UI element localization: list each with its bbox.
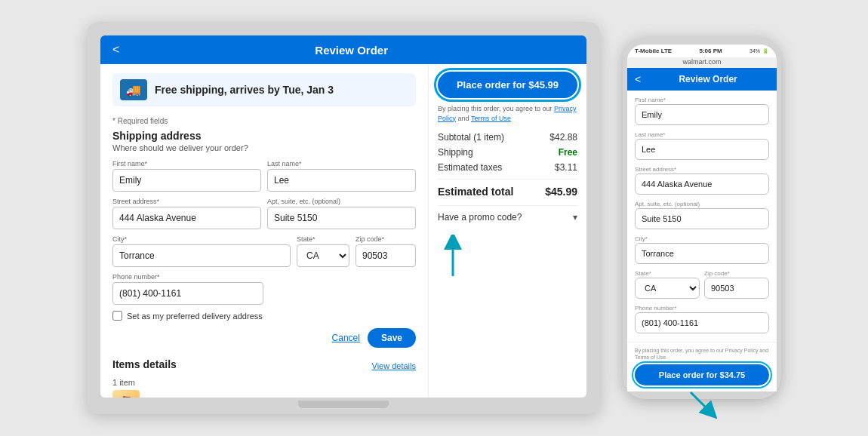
truck-icon: 🚚 bbox=[120, 79, 147, 100]
page-title: Review Order bbox=[128, 44, 574, 57]
back-button[interactable]: < bbox=[112, 43, 119, 57]
shipping-banner: 🚚 Free shipping, arrives by Tue, Jan 3 bbox=[112, 73, 416, 106]
phone-apt-label: Apt, suite, etc. (optional) bbox=[635, 201, 769, 207]
state-field: State* CA bbox=[297, 235, 349, 267]
cancel-button[interactable]: Cancel bbox=[332, 333, 360, 343]
taxes-value: $3.11 bbox=[555, 162, 577, 173]
last-name-input[interactable] bbox=[267, 169, 416, 192]
first-name-input[interactable] bbox=[112, 169, 261, 192]
phone-last-name-input[interactable] bbox=[635, 139, 769, 160]
phone-state-zip-row: State* CA Zip code* bbox=[635, 270, 769, 305]
estimated-total-label: Estimated total bbox=[438, 186, 513, 198]
preferred-checkbox[interactable] bbox=[112, 311, 122, 321]
phone-phone-input[interactable] bbox=[635, 312, 769, 333]
status-time: 5:06 PM bbox=[699, 48, 722, 54]
phone-place-order-button[interactable]: Place order for $34.75 bbox=[635, 364, 769, 385]
phone-header: < Review Order bbox=[627, 68, 777, 91]
laptop-screen: < Review Order 🚚 Free shipping, arrives … bbox=[100, 35, 586, 398]
phone-state-field: State* CA bbox=[635, 270, 700, 299]
address-row: Street address* Apt, suite, etc. (option… bbox=[112, 198, 416, 229]
laptop-base bbox=[298, 401, 389, 408]
phone-teal-arrow-icon bbox=[687, 388, 717, 419]
phone-street-input[interactable] bbox=[635, 173, 769, 195]
street-input[interactable] bbox=[112, 207, 261, 229]
shipping-text: Free shipping, arrives by Tue, Jan 3 bbox=[155, 84, 334, 96]
phone-zip-input[interactable] bbox=[704, 278, 769, 299]
phone-street-label: Street address* bbox=[635, 166, 769, 173]
battery-icon: 🔋 bbox=[762, 48, 769, 54]
phone-street-field: Street address* bbox=[635, 166, 769, 195]
url-bar: walmart.com bbox=[627, 57, 777, 68]
item-thumbnail: 🧸 bbox=[112, 390, 140, 398]
section-sub: Where should we deliver your order? bbox=[112, 143, 416, 152]
arrow-annotation bbox=[438, 235, 577, 283]
battery-percent: 34% bbox=[749, 48, 760, 54]
promo-label: Have a promo code? bbox=[438, 212, 522, 223]
phone-apt-field: Apt, suite, etc. (optional) bbox=[635, 201, 769, 229]
items-title: Items details bbox=[112, 358, 177, 370]
terms-link[interactable]: Terms of Use bbox=[471, 115, 511, 122]
phone-state-select[interactable]: CA bbox=[635, 278, 700, 299]
phone-first-name-input[interactable] bbox=[635, 104, 769, 125]
apt-input[interactable] bbox=[267, 207, 416, 229]
city-label: City* bbox=[112, 235, 291, 243]
subtotal-value: $42.88 bbox=[549, 132, 577, 143]
phone-back-button[interactable]: < bbox=[635, 73, 641, 85]
chevron-down-icon: ▾ bbox=[573, 212, 577, 223]
phone-device: T-Mobile LTE 5:06 PM 34% 🔋 walmart.com <… bbox=[623, 37, 781, 399]
phone-row: Phone number* bbox=[112, 273, 416, 305]
phone-first-name-field: First name* bbox=[635, 97, 769, 125]
phone-city-input[interactable] bbox=[635, 243, 769, 264]
phone-last-name-field: Last name* bbox=[635, 131, 769, 160]
last-name-label: Last name* bbox=[267, 160, 416, 167]
right-panel: Place order for $45.99 By placing this o… bbox=[428, 64, 586, 398]
phone-input[interactable] bbox=[112, 282, 263, 305]
city-input[interactable] bbox=[112, 244, 291, 267]
form-actions: Cancel Save bbox=[112, 328, 416, 348]
city-state-zip-row: City* State* CA Zip code* bbox=[112, 235, 416, 267]
phone-terms-text: By placing this order, you agree to our … bbox=[635, 347, 769, 361]
phone-arrow-annotation bbox=[687, 388, 717, 422]
phone-bottom-bar: By placing this order, you agree to our … bbox=[627, 342, 777, 391]
phone-phone-label: Phone number* bbox=[635, 305, 769, 312]
street-field: Street address* bbox=[112, 198, 261, 229]
taxes-label: Estimated taxes bbox=[438, 162, 502, 173]
estimated-total-value: $45.99 bbox=[545, 186, 577, 198]
phone-field: Phone number* bbox=[112, 273, 263, 305]
preferred-label: Set as my preferred delivery address bbox=[127, 312, 263, 321]
phone-city-field: City* bbox=[635, 235, 769, 264]
city-field: City* bbox=[112, 235, 291, 267]
phone-screen: T-Mobile LTE 5:06 PM 34% 🔋 walmart.com <… bbox=[627, 45, 777, 391]
subtotal-row: Subtotal (1 item) $42.88 bbox=[438, 132, 577, 143]
phone-zip-label: Zip code* bbox=[704, 270, 769, 277]
shipping-label: Shipping bbox=[438, 147, 473, 158]
last-name-field: Last name* bbox=[267, 160, 416, 192]
zip-input[interactable] bbox=[356, 244, 416, 267]
terms-text: By placing this order, you agree to our … bbox=[438, 104, 577, 123]
save-button[interactable]: Save bbox=[368, 328, 416, 348]
phone-phone-field: Phone number* bbox=[635, 305, 769, 333]
street-label: Street address* bbox=[112, 198, 261, 205]
laptop-content: 🚚 Free shipping, arrives by Tue, Jan 3 *… bbox=[100, 64, 586, 398]
subtotal-label: Subtotal (1 item) bbox=[438, 132, 504, 143]
zip-label: Zip code* bbox=[356, 235, 416, 243]
phone-label: Phone number* bbox=[112, 273, 263, 281]
first-name-label: First name* bbox=[112, 160, 261, 167]
phone-first-name-label: First name* bbox=[635, 97, 769, 103]
status-battery: 34% 🔋 bbox=[749, 48, 769, 54]
place-order-button[interactable]: Place order for $45.99 bbox=[438, 72, 577, 98]
state-select[interactable]: CA bbox=[297, 244, 349, 267]
item-count: 1 item bbox=[112, 378, 416, 387]
preferred-checkbox-row: Set as my preferred delivery address bbox=[112, 311, 416, 321]
estimated-total-row: Estimated total $45.99 bbox=[438, 186, 577, 198]
laptop-header: < Review Order bbox=[100, 35, 586, 64]
items-header: Items details View details bbox=[112, 358, 416, 373]
price-divider bbox=[438, 179, 577, 180]
phone-city-label: City* bbox=[635, 235, 769, 242]
apt-field: Apt, suite, etc. (optional) bbox=[267, 198, 416, 229]
phone-apt-input[interactable] bbox=[635, 208, 769, 229]
view-details-link[interactable]: View details bbox=[372, 361, 417, 370]
phone-zip-field: Zip code* bbox=[704, 270, 769, 299]
promo-row[interactable]: Have a promo code? ▾ bbox=[438, 205, 577, 229]
taxes-row: Estimated taxes $3.11 bbox=[438, 162, 577, 173]
